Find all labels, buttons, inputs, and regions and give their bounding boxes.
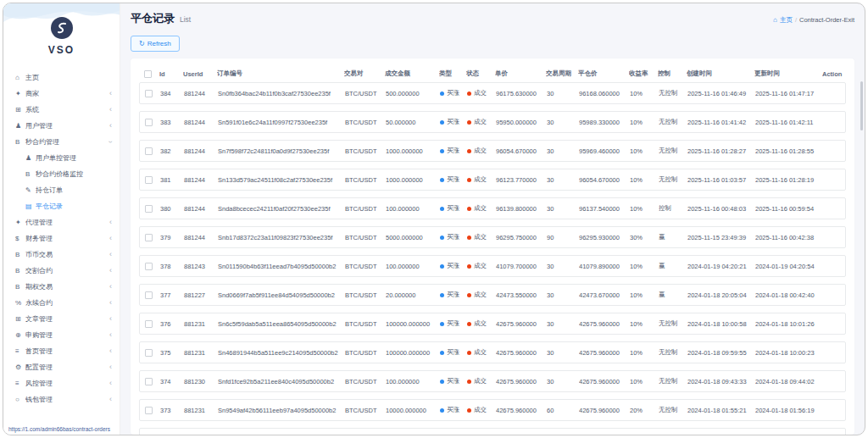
sidebar-subitem[interactable]: ✎持仓订单 (3, 182, 120, 198)
cell-type-label: 买涨 (447, 89, 459, 97)
row-checkbox[interactable] (145, 263, 153, 270)
cell-status-label: 成交 (474, 348, 487, 356)
chevron-icon: ‹ (109, 219, 112, 226)
cell-created: 2025-11-16 01:03:57 (687, 176, 755, 184)
row-checkbox[interactable] (145, 119, 153, 126)
refresh-icon: ↻ (139, 40, 145, 47)
risk-icon: ≡ (15, 380, 25, 387)
scrollbar[interactable] (860, 81, 863, 130)
logo-icon (51, 17, 73, 39)
wallet-icon: ○ (15, 396, 25, 403)
cell-order-no: Sn133d579ac24511f08c2af27530ee235f (218, 176, 345, 184)
page-title: 平仓记录 (131, 11, 175, 26)
sidebar-item[interactable]: B交割合约‹ (3, 263, 120, 279)
row-checkbox-cell (140, 234, 160, 241)
chevron-icon: ‹ (109, 331, 112, 339)
row-checkbox[interactable] (145, 407, 153, 414)
sidebar-item[interactable]: ⊕申购管理‹ (3, 327, 120, 343)
column-header: Id (159, 70, 183, 78)
row-checkbox[interactable] (145, 234, 153, 241)
cell-type: 买涨 (440, 262, 467, 270)
row-checkbox[interactable] (145, 291, 153, 299)
cell-status-dot (467, 322, 471, 326)
cell-control: 无控制 (659, 348, 687, 357)
row-checkbox[interactable] (145, 176, 153, 184)
cell-updated: 2025-11-16 01:28:19 (755, 176, 823, 184)
homepage-icon: ≡ (15, 347, 25, 355)
merchant-icon: ✦ (15, 90, 25, 97)
chevron-icon: ‹ (109, 347, 112, 355)
sidebar-item[interactable]: B币币交易‹ (3, 247, 120, 263)
cell-updated: 2025-11-16 01:42:11 (755, 119, 823, 126)
cell-amount: 5000.000000 (386, 234, 440, 241)
sidebar-item[interactable]: $财务管理‹ (3, 230, 120, 247)
row-checkbox[interactable] (145, 147, 153, 155)
cell-order-no: Snd0669f7ab5f911ee84d54095d50000b2 (218, 291, 345, 299)
cell-type-dot (440, 178, 444, 182)
cell-status: 成交 (467, 377, 496, 385)
sidebar-item[interactable]: ≡首页管理‹ (3, 343, 120, 359)
cell-updated: 2024-01-18 09:44:02 (755, 378, 823, 385)
row-checkbox[interactable] (145, 90, 153, 97)
column-header: 类型 (439, 69, 466, 78)
cell-price: 96139.800000 (496, 205, 547, 213)
sidebar-item[interactable]: ♟用户管理‹ (3, 118, 120, 134)
row-checkbox[interactable] (145, 320, 153, 328)
sidebar-subitem[interactable]: ▤平仓记录 (3, 198, 120, 214)
cell-id: 383 (160, 119, 184, 126)
cell-type-label: 买涨 (447, 147, 459, 154)
cell-status-label: 成交 (474, 204, 487, 212)
cell-pair: BTC/USDT (345, 90, 386, 97)
sidebar-item[interactable]: B期权交易‹ (3, 279, 120, 295)
sidebar-item-label: 主页 (25, 73, 112, 82)
sidebar-item[interactable]: ⊞系统‹ (3, 102, 120, 118)
row-checkbox[interactable] (145, 205, 153, 213)
table-card: IdUserId订单编号交易对成交金额类型状态单价交易周期平仓价收益率控制创建时… (131, 58, 854, 435)
cell-userid: 881244 (184, 147, 218, 155)
sidebar-subitem[interactable]: B秒合约价格监控 (3, 166, 120, 182)
sidebar-item[interactable]: ≡风控管理‹ (3, 375, 120, 391)
cell-userid: 881231 (184, 320, 218, 328)
table-row: 379881244Snb17d8372c23a11f09823f27530ee2… (139, 226, 846, 248)
sidebar-item[interactable]: ✦商家‹ (3, 86, 120, 102)
sidebar-item[interactable]: ○钱包管理‹ (3, 391, 120, 408)
chevron-icon: ‹ (109, 251, 112, 258)
cell-status-dot (467, 149, 471, 153)
sidebar-item[interactable]: ⊞文章管理‹ (3, 311, 120, 327)
breadcrumb: ⌂ 主页 / Contract-Order-Exit (773, 16, 854, 25)
sidebar-item-label: 期权交易 (25, 282, 109, 291)
options-icon: B (15, 283, 25, 291)
sidebar-item[interactable]: B秒合约管理‹ (3, 134, 120, 150)
sidebar-subitem[interactable]: ♟用户单控管理 (3, 150, 120, 166)
perpetual-icon: % (15, 299, 25, 307)
cell-close-price: 41079.890000 (579, 263, 630, 270)
cell-type: 买涨 (440, 319, 467, 328)
cell-type-dot (440, 351, 444, 355)
sidebar-item[interactable]: %永续合约‹ (3, 295, 120, 311)
sidebar-item-label: 钱包管理 (25, 395, 109, 404)
cell-control: 控制 (659, 204, 687, 213)
sidebar-item-label: 交割合约 (25, 266, 109, 275)
cell-type-dot (440, 120, 444, 125)
select-all-checkbox[interactable] (144, 70, 152, 78)
row-checkbox-cell (140, 291, 160, 299)
row-checkbox[interactable] (145, 349, 153, 357)
cell-type-label: 买涨 (447, 377, 459, 385)
row-checkbox[interactable] (145, 378, 153, 385)
sidebar-item[interactable]: ⌂主页 (3, 69, 120, 86)
refresh-button[interactable]: ↻ Refresh (131, 36, 180, 52)
close-records-icon: ▤ (25, 202, 36, 210)
cell-userid: 881231 (184, 349, 218, 357)
cell-updated: 2025-11-16 00:59:54 (755, 205, 823, 213)
cell-created: 2025-11-16 01:28:27 (687, 147, 755, 155)
cell-amount: 10000.000000 (386, 407, 440, 414)
cell-created: 2025-11-15 23:49:39 (687, 234, 755, 241)
breadcrumb-home[interactable]: 主页 (780, 16, 793, 25)
cell-amount: 100000.000000 (386, 349, 440, 357)
cell-close-price: 96168.060000 (579, 90, 630, 97)
cell-id: 380 (160, 205, 184, 213)
sidebar-item[interactable]: ⚙配置管理‹ (3, 359, 120, 375)
cell-type: 买涨 (440, 89, 467, 97)
sidebar-item[interactable]: ✦代理管理‹ (3, 214, 120, 230)
chevron-icon: ‹ (109, 363, 112, 371)
